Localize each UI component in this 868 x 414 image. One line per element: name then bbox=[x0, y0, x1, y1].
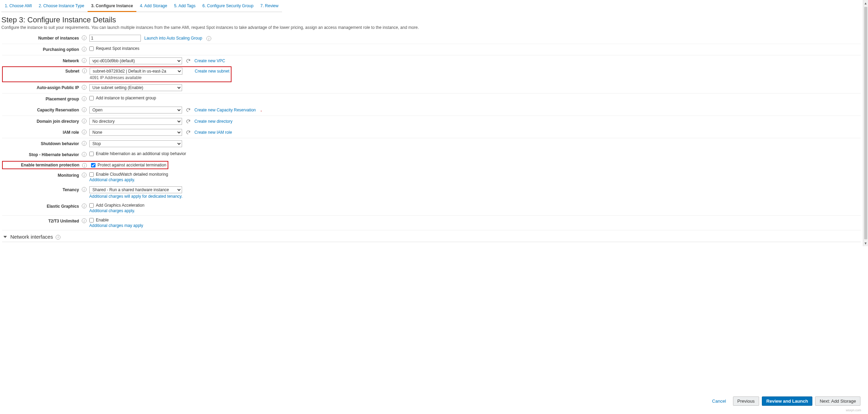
info-icon[interactable]: i bbox=[82, 218, 87, 223]
iam-role-select[interactable]: None bbox=[89, 129, 182, 136]
info-icon[interactable]: i bbox=[82, 58, 87, 63]
label-elastic-graphics: Elastic Graphics bbox=[2, 203, 81, 210]
info-icon[interactable]: i bbox=[82, 173, 87, 177]
tenancy-charges-link[interactable]: Additional charges will apply for dedica… bbox=[89, 194, 182, 199]
network-interfaces-title: Network interfaces bbox=[10, 234, 53, 240]
page-description: Configure the instance to suit your requ… bbox=[1, 25, 863, 30]
domain-directory-select[interactable]: No directory bbox=[89, 118, 182, 125]
request-spot-checkbox[interactable] bbox=[89, 46, 94, 51]
elastic-graphics-charges-link[interactable]: Additional charges apply. bbox=[89, 208, 144, 213]
info-icon[interactable]: i bbox=[82, 96, 87, 101]
tab-choose-ami[interactable]: 1. Choose AMI bbox=[1, 1, 35, 12]
info-icon[interactable]: i bbox=[82, 107, 87, 112]
launch-asg-link[interactable]: Launch into Auto Scaling Group bbox=[144, 36, 202, 41]
create-iam-link[interactable]: Create new IAM role bbox=[194, 130, 232, 135]
refresh-icon[interactable] bbox=[185, 130, 191, 135]
info-icon[interactable]: i bbox=[82, 141, 87, 146]
request-spot-label: Request Spot instances bbox=[96, 46, 139, 51]
row-subnet: Subnet i subnet-b97283d2 | Default in us… bbox=[2, 66, 861, 82]
hibernate-checkbox[interactable] bbox=[89, 152, 94, 156]
create-capacity-link[interactable]: Create new Capacity Reservation bbox=[194, 108, 256, 112]
label-placement-group: Placement group bbox=[2, 96, 81, 102]
row-elastic-graphics: Elastic Graphics i Add Graphics Accelera… bbox=[2, 201, 861, 216]
t2t3-unlimited-label: Enable bbox=[96, 218, 109, 222]
tab-choose-instance-type[interactable]: 2. Choose Instance Type bbox=[35, 1, 88, 12]
t2t3-charges-link[interactable]: Additional charges may apply bbox=[89, 223, 143, 228]
monitoring-checkbox[interactable] bbox=[89, 172, 94, 177]
capacity-reservation-select[interactable]: Open bbox=[89, 107, 182, 113]
create-vpc-link[interactable]: Create new VPC bbox=[194, 58, 225, 63]
info-icon[interactable]: i bbox=[82, 187, 87, 192]
wizard-tabs: 1. Choose AMI 2. Choose Instance Type 3.… bbox=[0, 0, 863, 12]
monitoring-label: Enable CloudWatch detailed monitoring bbox=[96, 172, 168, 177]
info-icon[interactable]: i bbox=[82, 130, 87, 134]
info-icon[interactable]: i bbox=[82, 119, 87, 123]
elastic-graphics-checkbox[interactable] bbox=[89, 203, 94, 208]
row-domain-directory: Domain join directory i No directory Cre… bbox=[2, 116, 861, 127]
subnet-select[interactable]: subnet-b97283d2 | Default in us-east-2a bbox=[90, 68, 182, 75]
info-icon[interactable]: i bbox=[82, 35, 87, 40]
row-capacity-reservation: Capacity Reservation i Open Create new C… bbox=[2, 105, 861, 116]
subnet-ip-count: 4091 IP Addresses available bbox=[90, 75, 229, 80]
termination-protection-checkbox[interactable] bbox=[91, 163, 95, 167]
scroll-thumb[interactable] bbox=[864, 7, 867, 239]
create-subnet-link[interactable]: Create new subnet bbox=[195, 69, 229, 74]
label-termination-protection: Enable termination protection bbox=[4, 162, 81, 168]
tenancy-select[interactable]: Shared - Run a shared hardware instance bbox=[89, 186, 182, 193]
label-network: Network bbox=[2, 57, 81, 64]
divider bbox=[2, 242, 861, 242]
tab-add-tags[interactable]: 5. Add Tags bbox=[171, 1, 199, 12]
tab-review[interactable]: 7. Review bbox=[257, 1, 282, 12]
monitoring-charges-link[interactable]: Additional charges apply. bbox=[89, 177, 168, 182]
create-directory-link[interactable]: Create new directory bbox=[194, 119, 233, 124]
info-icon[interactable]: i bbox=[82, 47, 87, 52]
label-monitoring: Monitoring bbox=[2, 172, 81, 179]
elastic-graphics-label: Add Graphics Acceleration bbox=[96, 203, 144, 208]
refresh-icon[interactable] bbox=[185, 119, 191, 124]
label-shutdown-behavior: Shutdown behavior bbox=[2, 140, 81, 147]
info-icon[interactable]: i bbox=[56, 235, 60, 240]
info-icon[interactable]: i bbox=[206, 36, 211, 41]
scroll-down-icon[interactable]: ▼ bbox=[863, 240, 868, 246]
row-auto-assign-ip: Auto-assign Public IP i Use subnet setti… bbox=[2, 82, 861, 94]
row-network: Network i vpc-d010d9bb (default) Create … bbox=[2, 55, 861, 66]
network-select[interactable]: vpc-d010d9bb (default) bbox=[89, 57, 182, 64]
info-icon[interactable]: i bbox=[82, 68, 87, 73]
info-icon[interactable]: i bbox=[82, 163, 87, 168]
label-domain-directory: Domain join directory bbox=[2, 118, 81, 125]
shutdown-behavior-select[interactable]: Stop bbox=[89, 140, 182, 147]
placement-group-checkbox[interactable] bbox=[89, 96, 94, 100]
row-t2t3-unlimited: T2/T3 Unlimited i Enable Additional char… bbox=[2, 216, 861, 230]
scroll-up-icon[interactable]: ▲ bbox=[863, 0, 868, 6]
label-iam-role: IAM role bbox=[2, 129, 81, 136]
tab-security-group[interactable]: 6. Configure Security Group bbox=[199, 1, 257, 12]
number-of-instances-input[interactable] bbox=[89, 35, 141, 42]
row-iam-role: IAM role i None Create new IAM role bbox=[2, 127, 861, 138]
row-purchasing-option: Purchasing option i Request Spot instanc… bbox=[2, 44, 861, 55]
scrollbar[interactable]: ▲ ▼ bbox=[863, 0, 868, 246]
info-icon[interactable]: i bbox=[82, 152, 87, 157]
hibernate-label: Enable hibernation as an additional stop… bbox=[96, 151, 186, 156]
row-number-of-instances: Number of instances i Launch into Auto S… bbox=[2, 33, 861, 44]
row-termination-protection: Enable termination protection i Protect … bbox=[2, 160, 861, 170]
auto-assign-ip-select[interactable]: Use subnet setting (Enable) bbox=[89, 84, 182, 91]
label-auto-assign-ip: Auto-assign Public IP bbox=[2, 84, 81, 91]
placement-group-label: Add instance to placement group bbox=[96, 96, 156, 100]
label-t2t3-unlimited: T2/T3 Unlimited bbox=[2, 218, 81, 225]
label-subnet: Subnet bbox=[4, 68, 81, 75]
row-monitoring: Monitoring i Enable CloudWatch detailed … bbox=[2, 170, 861, 184]
tab-add-storage[interactable]: 4. Add Storage bbox=[136, 1, 170, 12]
page-title: Step 3: Configure Instance Details bbox=[1, 15, 863, 24]
tab-configure-instance[interactable]: 3. Configure Instance bbox=[88, 1, 136, 12]
t2t3-unlimited-checkbox[interactable] bbox=[89, 218, 94, 222]
info-icon[interactable]: i bbox=[82, 204, 87, 208]
red-indicator: . bbox=[261, 108, 262, 112]
label-purchasing-option: Purchasing option bbox=[2, 46, 81, 53]
refresh-icon[interactable] bbox=[185, 58, 191, 64]
refresh-icon[interactable] bbox=[185, 107, 191, 113]
info-icon[interactable]: i bbox=[82, 85, 87, 90]
label-hibernate: Stop - Hibernate behavior bbox=[2, 151, 81, 158]
network-interfaces-section[interactable]: Network interfaces i bbox=[2, 230, 861, 240]
label-tenancy: Tenancy bbox=[2, 186, 81, 193]
row-shutdown-behavior: Shutdown behavior i Stop bbox=[2, 138, 861, 149]
